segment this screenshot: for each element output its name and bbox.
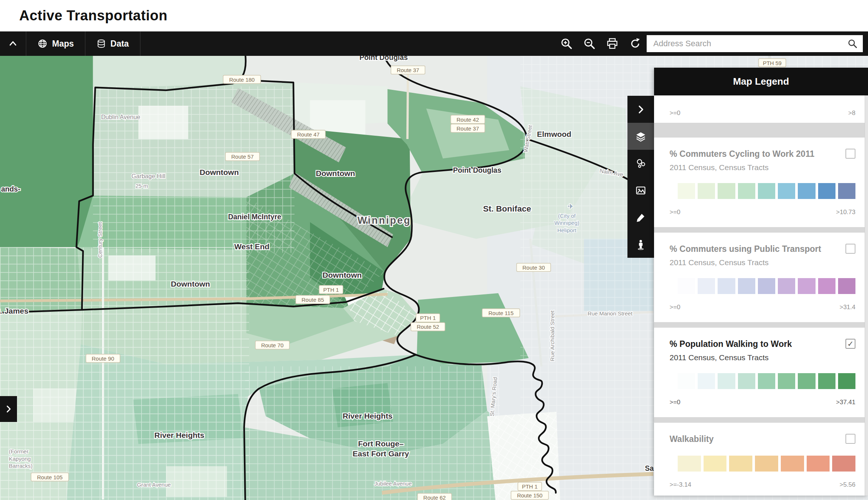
route-shield: Route 57 [225,152,259,161]
color-swatch [778,278,795,294]
legend-color-ramp [678,373,855,389]
chevron-right-icon [4,404,13,414]
search-input[interactable] [647,39,842,48]
color-swatch [729,456,752,472]
maps-menu-label: Maps [52,39,74,49]
route-shield: Route 70 [255,341,289,349]
legend-item[interactable]: % Commuters Cycling to Work 20112011 Cen… [654,138,868,227]
route-shield: Route 180 [223,75,261,83]
legend-item-checkbox[interactable]: ✓ [845,339,855,349]
legend-min-value: >=0 [670,304,680,311]
data-menu-button[interactable]: Data [85,31,140,56]
route-shield: Route 150 [511,491,549,499]
svg-text:Route 90: Route 90 [92,355,114,362]
legend-min-value: >=0 [670,209,680,216]
color-swatch [758,278,775,294]
layers-tool-button[interactable] [627,123,654,150]
legend-max-value: >37.41 [836,399,855,406]
route-shield: PTH 1 [416,314,440,322]
color-swatch [678,278,695,294]
color-swatch [718,278,735,294]
color-swatch [818,373,835,389]
svg-text:Route 70: Route 70 [261,342,284,348]
chevron-right-icon [635,104,646,115]
route-shield: Route 37 [391,66,425,74]
legend-max-value: >8 [848,109,855,117]
chevron-up-icon [7,38,18,49]
panel-collapse-button[interactable] [627,96,654,123]
route-shield: Route 105 [31,473,69,481]
color-swatch [755,456,778,472]
legend-item[interactable]: Walkability>=-3.14>5.56 [654,423,868,496]
svg-text:Route 150: Route 150 [517,492,542,499]
color-swatch [678,456,701,472]
legend-max-value: >10.73 [836,209,855,216]
search-button[interactable] [842,35,863,52]
maps-menu-button[interactable]: Maps [26,31,85,56]
color-swatch [758,183,775,199]
zoom-in-button[interactable] [555,31,578,56]
color-swatch [678,373,695,389]
draw-tool-button[interactable] [627,204,654,231]
map-label: 25-m [135,183,148,189]
address-search-box [647,35,863,52]
legend-scrollbar[interactable] [865,95,868,496]
svg-text:PTH 59: PTH 59 [763,60,782,66]
street-view-tool-button[interactable] [627,231,654,258]
page-header: Active Transportation [0,0,868,31]
color-swatch [758,373,775,389]
zoom-out-button[interactable] [578,31,601,56]
legend-item-checkbox[interactable] [845,149,855,159]
route-shield: PTH 59 [759,58,786,67]
refresh-button[interactable] [624,31,647,56]
legend-max-value: >31.4 [840,304,855,311]
collapse-toolbar-button[interactable] [0,31,26,56]
map-label: ✈ [568,202,573,210]
map-label: Downtown [323,271,362,279]
map-label: St. James [0,307,28,315]
map-label: East Fort Garry [353,449,409,458]
map-label: Point Douglas [453,166,501,174]
color-swatch [778,373,795,389]
map-label: Century Street [97,222,103,258]
legend-item[interactable]: % Population Walking to Work✓2011 Census… [654,328,868,417]
svg-text:Route 37: Route 37 [457,125,479,132]
image-tool-button[interactable] [627,177,654,204]
street-view-icon [635,239,646,250]
svg-text:Route 180: Route 180 [229,77,255,83]
color-swatch [798,278,815,294]
search-icon [847,38,858,49]
svg-text:Route 52: Route 52 [417,324,439,330]
color-swatch [838,183,855,199]
map-label: Point Douglas [360,56,408,61]
route-shield: Route 85 [296,295,330,304]
clusters-tool-button[interactable] [627,150,654,177]
legend-item-checkbox[interactable] [845,244,855,254]
print-button[interactable] [601,31,624,56]
route-shield: Route 30 [517,263,551,271]
legend-item-checkbox[interactable] [845,434,855,444]
route-shield: Route 42 [451,115,485,123]
legend-item-title: % Commuters using Public Transport [670,244,821,254]
color-swatch [818,183,835,199]
svg-text:Route 42: Route 42 [457,116,479,123]
route-shield: Route 90 [86,354,120,362]
svg-text:Route 47: Route 47 [297,131,320,138]
left-panel-expand-button[interactable] [0,396,17,422]
map-label: ands- [1,185,20,193]
legend-max-value: >5.56 [840,481,855,489]
legend-item-list: >=0>8% Commuters Cycling to Work 2011201… [654,95,868,496]
legend-min-value: >=-3.14 [670,481,691,489]
pencil-icon [635,212,646,223]
map-label: West End [234,242,269,251]
route-shield: Route 47 [291,130,325,138]
legend-item[interactable]: % Commuters using Public Transport2011 C… [654,233,868,322]
color-swatch [778,183,795,199]
map-label: Daniel McIntyre [228,213,281,221]
print-icon [606,37,619,50]
svg-text:Route 62: Route 62 [423,494,446,500]
color-swatch [738,373,755,389]
zoom-in-icon [560,37,573,50]
color-swatch [678,183,695,199]
map-label: Downtown [316,169,355,178]
